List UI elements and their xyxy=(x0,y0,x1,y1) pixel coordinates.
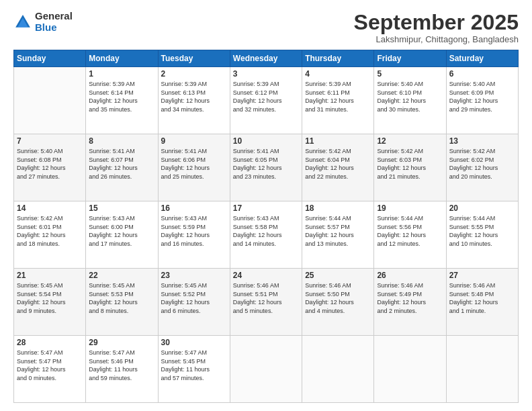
logo-blue: Blue xyxy=(35,21,57,33)
table-row: 16Sunrise: 5:43 AM Sunset: 5:59 PM Dayli… xyxy=(158,201,230,269)
table-row: 15Sunrise: 5:43 AM Sunset: 6:00 PM Dayli… xyxy=(86,201,158,269)
day-info: Sunrise: 5:39 AM Sunset: 6:12 PM Dayligh… xyxy=(233,80,299,113)
header: General Blue September 2025 Lakshmipur, … xyxy=(13,11,519,44)
table-row: 8Sunrise: 5:41 AM Sunset: 6:07 PM Daylig… xyxy=(86,134,158,201)
day-number: 15 xyxy=(89,203,154,213)
calendar-week-row: 7Sunrise: 5:40 AM Sunset: 6:08 PM Daylig… xyxy=(14,134,519,201)
day-info: Sunrise: 5:39 AM Sunset: 6:14 PM Dayligh… xyxy=(89,80,154,113)
day-info: Sunrise: 5:45 AM Sunset: 5:53 PM Dayligh… xyxy=(89,281,154,315)
table-row: 22Sunrise: 5:45 AM Sunset: 5:53 PM Dayli… xyxy=(86,269,158,336)
day-number: 16 xyxy=(161,203,227,213)
day-number: 7 xyxy=(17,136,83,146)
table-row: 28Sunrise: 5:47 AM Sunset: 5:47 PM Dayli… xyxy=(14,336,86,403)
day-number: 25 xyxy=(305,271,371,280)
table-row: 21Sunrise: 5:45 AM Sunset: 5:54 PM Dayli… xyxy=(14,269,86,336)
table-row: 3Sunrise: 5:39 AM Sunset: 6:12 PM Daylig… xyxy=(230,67,302,134)
table-row: 29Sunrise: 5:47 AM Sunset: 5:46 PM Dayli… xyxy=(86,336,158,403)
day-info: Sunrise: 5:41 AM Sunset: 6:06 PM Dayligh… xyxy=(161,147,227,181)
day-number: 17 xyxy=(233,203,299,213)
col-tuesday: Tuesday xyxy=(158,50,230,67)
day-number: 9 xyxy=(161,136,227,146)
day-number: 29 xyxy=(89,338,154,347)
day-info: Sunrise: 5:44 AM Sunset: 5:57 PM Dayligh… xyxy=(305,214,371,248)
day-info: Sunrise: 5:42 AM Sunset: 6:03 PM Dayligh… xyxy=(377,147,443,181)
calendar-header-row: Sunday Monday Tuesday Wednesday Thursday… xyxy=(14,50,519,67)
day-number: 10 xyxy=(233,136,299,146)
table-row: 23Sunrise: 5:45 AM Sunset: 5:52 PM Dayli… xyxy=(158,269,230,336)
day-info: Sunrise: 5:47 AM Sunset: 5:46 PM Dayligh… xyxy=(89,349,154,382)
table-row: 7Sunrise: 5:40 AM Sunset: 6:08 PM Daylig… xyxy=(14,134,86,201)
day-number: 19 xyxy=(377,203,443,213)
table-row: 24Sunrise: 5:46 AM Sunset: 5:51 PM Dayli… xyxy=(230,269,302,336)
table-row: 18Sunrise: 5:44 AM Sunset: 5:57 PM Dayli… xyxy=(302,201,374,269)
day-info: Sunrise: 5:47 AM Sunset: 5:45 PM Dayligh… xyxy=(161,349,227,382)
day-info: Sunrise: 5:44 AM Sunset: 5:55 PM Dayligh… xyxy=(449,214,515,248)
logo: General Blue xyxy=(13,11,73,33)
col-sunday: Sunday xyxy=(14,50,86,67)
day-number: 23 xyxy=(161,271,227,280)
day-number: 6 xyxy=(449,69,515,79)
day-info: Sunrise: 5:45 AM Sunset: 5:54 PM Dayligh… xyxy=(17,281,83,315)
day-number: 26 xyxy=(377,271,443,280)
day-info: Sunrise: 5:45 AM Sunset: 5:52 PM Dayligh… xyxy=(161,281,227,315)
calendar-week-row: 1Sunrise: 5:39 AM Sunset: 6:14 PM Daylig… xyxy=(14,67,519,134)
day-number: 13 xyxy=(449,136,515,146)
table-row: 26Sunrise: 5:46 AM Sunset: 5:49 PM Dayli… xyxy=(374,269,446,336)
day-info: Sunrise: 5:41 AM Sunset: 6:07 PM Dayligh… xyxy=(89,147,154,181)
day-info: Sunrise: 5:41 AM Sunset: 6:05 PM Dayligh… xyxy=(233,147,299,181)
day-info: Sunrise: 5:46 AM Sunset: 5:51 PM Dayligh… xyxy=(233,281,299,315)
day-number: 21 xyxy=(17,271,83,280)
title-area: September 2025 Lakshmipur, Chittagong, B… xyxy=(354,11,519,44)
day-info: Sunrise: 5:46 AM Sunset: 5:48 PM Dayligh… xyxy=(449,281,515,315)
day-info: Sunrise: 5:43 AM Sunset: 6:00 PM Dayligh… xyxy=(89,214,154,248)
table-row: 11Sunrise: 5:42 AM Sunset: 6:04 PM Dayli… xyxy=(302,134,374,201)
col-wednesday: Wednesday xyxy=(230,50,302,67)
table-row: 25Sunrise: 5:46 AM Sunset: 5:50 PM Dayli… xyxy=(302,269,374,336)
day-info: Sunrise: 5:39 AM Sunset: 6:13 PM Dayligh… xyxy=(161,80,227,113)
day-number: 2 xyxy=(161,69,227,79)
table-row: 13Sunrise: 5:42 AM Sunset: 6:02 PM Dayli… xyxy=(446,134,518,201)
day-info: Sunrise: 5:39 AM Sunset: 6:11 PM Dayligh… xyxy=(305,80,371,113)
day-number: 14 xyxy=(17,203,83,213)
table-row: 20Sunrise: 5:44 AM Sunset: 5:55 PM Dayli… xyxy=(446,201,518,269)
table-row: 6Sunrise: 5:40 AM Sunset: 6:09 PM Daylig… xyxy=(446,67,518,134)
table-row: 1Sunrise: 5:39 AM Sunset: 6:14 PM Daylig… xyxy=(86,67,158,134)
day-number: 4 xyxy=(305,69,371,79)
table-row: 19Sunrise: 5:44 AM Sunset: 5:56 PM Dayli… xyxy=(374,201,446,269)
calendar-table: Sunday Monday Tuesday Wednesday Thursday… xyxy=(13,50,519,403)
day-info: Sunrise: 5:44 AM Sunset: 5:56 PM Dayligh… xyxy=(377,214,443,248)
day-number: 12 xyxy=(377,136,443,146)
col-friday: Friday xyxy=(374,50,446,67)
table-row xyxy=(446,336,518,403)
day-number: 20 xyxy=(449,203,515,213)
table-row xyxy=(14,67,86,134)
day-info: Sunrise: 5:43 AM Sunset: 5:59 PM Dayligh… xyxy=(161,214,227,248)
table-row xyxy=(374,336,446,403)
calendar-week-row: 28Sunrise: 5:47 AM Sunset: 5:47 PM Dayli… xyxy=(14,336,519,403)
day-info: Sunrise: 5:46 AM Sunset: 5:50 PM Dayligh… xyxy=(305,281,371,315)
table-row: 27Sunrise: 5:46 AM Sunset: 5:48 PM Dayli… xyxy=(446,269,518,336)
col-monday: Monday xyxy=(86,50,158,67)
day-number: 11 xyxy=(305,136,371,146)
table-row xyxy=(230,336,302,403)
table-row: 17Sunrise: 5:43 AM Sunset: 5:58 PM Dayli… xyxy=(230,201,302,269)
day-number: 24 xyxy=(233,271,299,280)
table-row: 9Sunrise: 5:41 AM Sunset: 6:06 PM Daylig… xyxy=(158,134,230,201)
table-row: 2Sunrise: 5:39 AM Sunset: 6:13 PM Daylig… xyxy=(158,67,230,134)
day-info: Sunrise: 5:47 AM Sunset: 5:47 PM Dayligh… xyxy=(17,349,83,382)
table-row: 10Sunrise: 5:41 AM Sunset: 6:05 PM Dayli… xyxy=(230,134,302,201)
day-info: Sunrise: 5:42 AM Sunset: 6:01 PM Dayligh… xyxy=(17,214,83,248)
table-row xyxy=(302,336,374,403)
day-number: 1 xyxy=(89,69,154,79)
day-info: Sunrise: 5:42 AM Sunset: 6:04 PM Dayligh… xyxy=(305,147,371,181)
page: General Blue September 2025 Lakshmipur, … xyxy=(0,0,532,411)
day-info: Sunrise: 5:40 AM Sunset: 6:10 PM Dayligh… xyxy=(377,80,443,113)
table-row: 4Sunrise: 5:39 AM Sunset: 6:11 PM Daylig… xyxy=(302,67,374,134)
day-info: Sunrise: 5:40 AM Sunset: 6:08 PM Dayligh… xyxy=(17,147,83,181)
table-row: 30Sunrise: 5:47 AM Sunset: 5:45 PM Dayli… xyxy=(158,336,230,403)
day-number: 18 xyxy=(305,203,371,213)
col-saturday: Saturday xyxy=(446,50,518,67)
location: Lakshmipur, Chittagong, Bangladesh xyxy=(354,34,519,44)
day-info: Sunrise: 5:43 AM Sunset: 5:58 PM Dayligh… xyxy=(233,214,299,248)
logo-general: General xyxy=(35,10,73,21)
